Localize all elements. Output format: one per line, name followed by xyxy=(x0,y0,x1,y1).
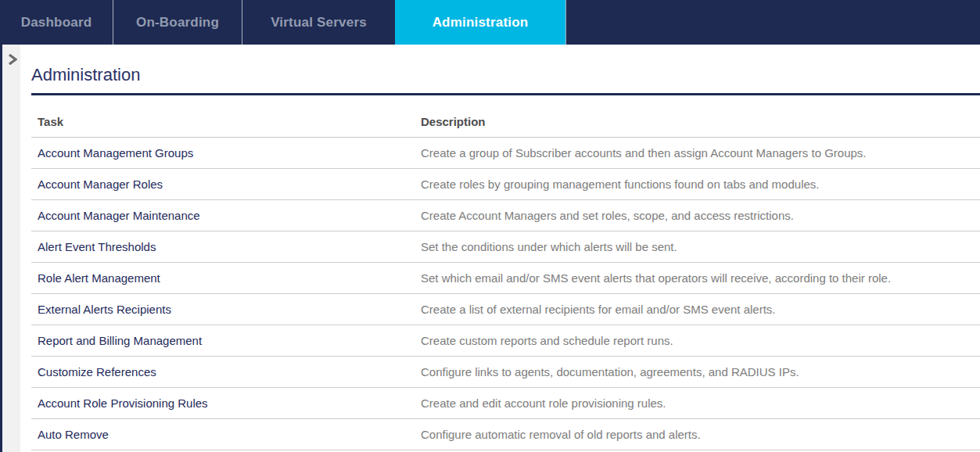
chevron-right-icon xyxy=(8,54,17,65)
task-description: Set the conditions under which alerts wi… xyxy=(415,231,980,263)
task-link[interactable]: External Alerts Recipients xyxy=(31,294,415,325)
task-link[interactable]: Alert Event Thresholds xyxy=(31,231,415,263)
table-row: External Alerts Recipients Create a list… xyxy=(31,294,980,325)
title-underline xyxy=(31,93,980,95)
page-title: Administration xyxy=(31,65,980,85)
task-description: Set which email and/or SMS event alerts … xyxy=(415,263,980,294)
sidebar-expand-button[interactable] xyxy=(5,52,20,66)
task-description: Create Account Managers and set roles, s… xyxy=(415,200,980,231)
task-link[interactable]: Account Manager Roles xyxy=(31,169,415,200)
table-row: Customize References Configure links to … xyxy=(31,357,980,388)
table-row: Account Role Provisioning Rules Create a… xyxy=(31,388,980,419)
task-description: Configure automatic removal of old repor… xyxy=(415,419,980,450)
column-header-task: Task xyxy=(31,106,415,138)
task-description: Create and edit account role provisionin… xyxy=(415,388,980,419)
table-row: Auto Remove Configure automatic removal … xyxy=(31,419,980,450)
task-link[interactable]: Customize References xyxy=(31,357,415,388)
table-row: Alert Event Thresholds Set the condition… xyxy=(31,231,980,263)
table-header-row: Task Description xyxy=(31,106,980,138)
task-link[interactable]: Account Role Provisioning Rules xyxy=(31,388,415,419)
table-row: Role Alert Management Set which email an… xyxy=(31,263,980,294)
nav-tab-dashboard[interactable]: Dashboard xyxy=(0,0,113,45)
column-header-description: Description xyxy=(415,106,980,138)
task-description: Create roles by grouping management func… xyxy=(415,169,980,200)
task-link[interactable]: Auto Remove xyxy=(31,419,415,450)
task-description: Create custom reports and schedule repor… xyxy=(415,325,980,357)
table-row: Account Management Groups Create a group… xyxy=(31,138,980,169)
table-row: Account Manager Roles Create roles by gr… xyxy=(31,169,980,200)
admin-task-table: Task Description Account Management Grou… xyxy=(31,106,980,450)
main-area: Administration Task Description Account … xyxy=(0,45,980,452)
task-link[interactable]: Account Management Groups xyxy=(31,138,415,169)
task-link[interactable]: Report and Billing Management xyxy=(31,325,415,357)
nav-tab-administration[interactable]: Administration xyxy=(395,0,565,45)
nav-tab-divider xyxy=(565,0,566,45)
nav-tab-virtual-servers[interactable]: Virtual Servers xyxy=(242,0,395,45)
nav-tab-on-boarding[interactable]: On-Boarding xyxy=(113,0,242,45)
table-row: Report and Billing Management Create cus… xyxy=(31,325,980,357)
table-row: Account Manager Maintenance Create Accou… xyxy=(31,200,980,231)
top-nav: Dashboard On-Boarding Virtual Servers Ad… xyxy=(0,0,980,45)
page-content: Administration Task Description Account … xyxy=(20,45,980,452)
task-description: Configure links to agents, documentation… xyxy=(415,357,980,388)
app-window: Dashboard On-Boarding Virtual Servers Ad… xyxy=(0,0,980,452)
task-description: Create a list of external recipients for… xyxy=(415,294,980,325)
task-description: Create a group of Subscriber accounts an… xyxy=(415,138,980,169)
collapsed-sidebar xyxy=(0,45,20,452)
task-link[interactable]: Role Alert Management xyxy=(31,263,415,294)
task-link[interactable]: Account Manager Maintenance xyxy=(31,200,415,231)
